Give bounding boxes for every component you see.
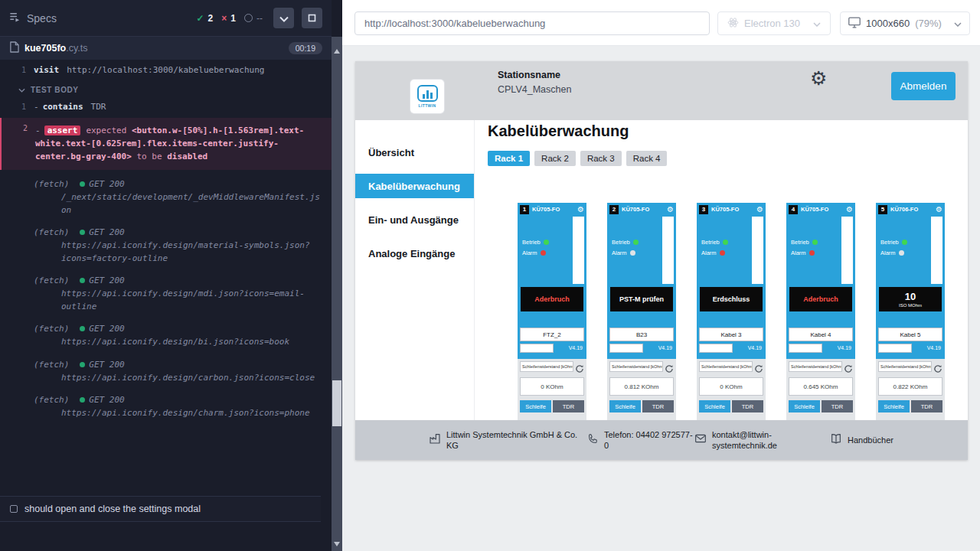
device-model: KÜ705-FO (711, 206, 739, 213)
status-display: Aderbruch (789, 287, 852, 311)
tab-rack-4[interactable]: Rack 4 (626, 151, 668, 166)
command-name: visit (34, 65, 59, 75)
station-info: Stationsname CPLV4_Maschen (498, 70, 571, 95)
schleife-button[interactable]: Schleife (789, 400, 820, 412)
resistance-value: 0.645 KOhm (789, 377, 853, 396)
sidebar-item-ein-und-ausgaenge[interactable]: Ein- und Ausgänge (355, 207, 474, 232)
fetch-log-row[interactable]: (fetch)GET 200 https://api.iconify.desig… (0, 324, 332, 349)
betrieb-label: Betrieb (701, 239, 720, 246)
status-dot-icon (80, 181, 85, 187)
rack-tabs: Rack 1 Rack 2 Rack 3 Rack 4 (488, 151, 667, 166)
cross-icon: × (221, 13, 227, 24)
pending-icon (244, 14, 253, 22)
stop-button[interactable] (302, 8, 322, 28)
device-card: 2KÜ705-FO⚙ Betrieb Alarm PST-M prüfen B2… (607, 203, 676, 448)
refresh-icon[interactable] (665, 363, 674, 372)
fetch-method: GET 200 (89, 227, 124, 237)
device-gear-icon[interactable]: ⚙ (667, 206, 674, 214)
device-gear-icon[interactable]: ⚙ (577, 206, 584, 214)
device-number: 3 (699, 205, 708, 214)
phone-number: Telefon: 04402 972577-0 (604, 429, 694, 452)
refresh-icon[interactable] (844, 363, 853, 372)
cable-name: Kabel 4 (789, 328, 853, 341)
refresh-icon[interactable] (933, 363, 942, 372)
tab-rack-2[interactable]: Rack 2 (534, 151, 576, 166)
manuals-label: Handbücher (848, 435, 893, 445)
failed-assert-row[interactable]: 2 -assertexpected <button.w-[50%].h-[1.5… (0, 118, 332, 170)
tdr-button[interactable]: TDR (822, 400, 853, 412)
contains-command-row[interactable]: 1 - contains TDR (0, 99, 332, 114)
alarm-label: Alarm (701, 249, 717, 256)
test-stats: ✓2 ×1 -- (197, 13, 263, 24)
test-icon (10, 505, 18, 513)
tab-rack-3[interactable]: Rack 3 (580, 151, 622, 166)
scrollbar-thumb[interactable] (332, 380, 341, 426)
resistance-value: 0.822 KOhm (878, 377, 942, 396)
device-gear-icon[interactable]: ⚙ (936, 206, 942, 214)
firmware-version: V4.19 (838, 345, 851, 350)
sidebar-item-analoge-eingaenge[interactable]: Analoge Eingänge (355, 241, 474, 266)
sidebar-item-uebersicht[interactable]: Übersicht (355, 140, 474, 165)
check-icon: ✓ (197, 13, 204, 24)
schleife-button[interactable]: Schleife (609, 400, 641, 412)
refresh-icon[interactable] (575, 363, 584, 372)
tab-rack-1[interactable]: Rack 1 (488, 151, 530, 166)
scroll-down-arrow[interactable] (332, 539, 342, 549)
schleife-button[interactable]: Schleife (878, 400, 910, 412)
firmware-version: V4.19 (658, 345, 672, 350)
viewport-select[interactable]: 1000x660 (79%) (840, 11, 970, 35)
level-meter (662, 217, 674, 284)
specs-label[interactable]: Specs (27, 12, 57, 24)
device-gear-icon[interactable]: ⚙ (756, 206, 763, 214)
assert-state-word: disabled (167, 152, 207, 161)
fetch-method: GET 200 (89, 179, 124, 189)
url-input[interactable] (354, 11, 710, 35)
command-name: contains (43, 102, 83, 112)
status-display: Aderbruch (521, 287, 583, 311)
specs-menu-icon[interactable] (9, 11, 21, 25)
schleife-button[interactable]: Schleife (520, 400, 551, 412)
dash: - (34, 102, 39, 112)
fetch-log-row[interactable]: (fetch)GET 200 https://api.iconify.desig… (0, 360, 332, 385)
app-footer: Littwin Systemtechnik GmbH & Co. KG Tele… (355, 420, 968, 460)
spec-file-icon (9, 41, 19, 56)
fetch-log-row[interactable]: (fetch)GET 200 /_next/static/development… (0, 179, 332, 217)
app-viewport: LITTWIN Stationsname CPLV4_Maschen ⚙ Abm… (355, 61, 968, 460)
cable-name: FTZ_2 (520, 328, 584, 341)
schleife-button[interactable]: Schleife (699, 400, 730, 412)
visit-command-row[interactable]: 1 visit http://localhost:3000/kabelueber… (0, 63, 332, 77)
tdr-button[interactable]: TDR (732, 400, 763, 412)
runner-scrollbar[interactable] (332, 37, 342, 551)
failed-stat: ×1 (221, 13, 236, 24)
viewport-size: 1000x660 (866, 18, 910, 29)
level-meter (573, 217, 584, 284)
runner-header: Specs ✓2 ×1 -- (0, 0, 332, 37)
tdr-button[interactable]: TDR (642, 400, 674, 412)
refresh-icon[interactable] (754, 363, 763, 372)
sidebar-item-kabelueberwachung[interactable]: Kabelüberwachung (355, 174, 474, 198)
fetch-log-row[interactable]: (fetch)GET 200 https://api.iconify.desig… (0, 227, 332, 265)
tdr-button[interactable]: TDR (553, 400, 584, 412)
resistance-label: Schleifenwiderstand [kOhm] (880, 364, 932, 369)
resistance-label: Schleifenwiderstand [kOhm] (791, 364, 842, 369)
fetch-log-row[interactable]: (fetch)GET 200 https://api.iconify.desig… (0, 276, 332, 313)
test-body-toggle[interactable]: TEST BODY (0, 77, 332, 99)
browser-bar: Electron 130 1000x660 (79%) (342, 0, 980, 46)
logout-button[interactable]: Abmelden (891, 72, 956, 100)
alarm-label: Alarm (880, 249, 896, 256)
spec-file-row[interactable]: kue705fo.cy.ts 00:19 (0, 37, 332, 60)
settings-gear-icon[interactable]: ⚙ (810, 69, 827, 88)
page-title: Kabelüberwachung (488, 122, 629, 140)
browser-select[interactable]: Electron 130 (717, 11, 831, 35)
next-test-row[interactable]: should open and close the settings modal (0, 496, 321, 522)
alarm-label: Alarm (612, 249, 627, 256)
footer-manuals-link[interactable]: Handbücher (830, 420, 893, 460)
book-icon (830, 432, 842, 448)
status-subtext: ISO MOhm (899, 303, 922, 308)
collapse-button[interactable] (273, 8, 294, 28)
device-number: 1 (520, 205, 529, 214)
tdr-button[interactable]: TDR (911, 400, 942, 412)
device-gear-icon[interactable]: ⚙ (846, 206, 853, 214)
scroll-up-arrow[interactable] (332, 46, 342, 57)
fetch-log-row[interactable]: (fetch)GET 200 https://api.iconify.desig… (0, 395, 332, 420)
